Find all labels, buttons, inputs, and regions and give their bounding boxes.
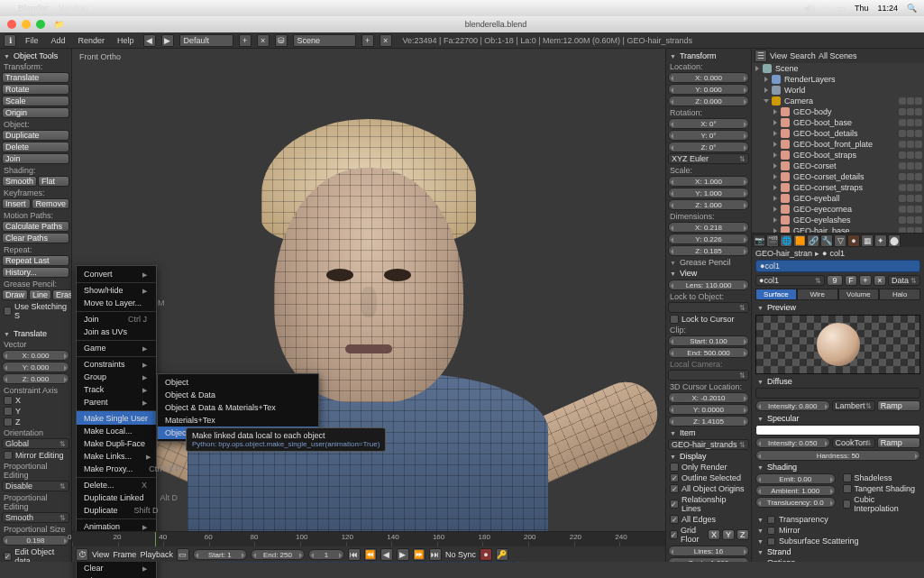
calc-paths-button[interactable]: Calculate Paths: [2, 221, 69, 232]
gp-erase-button[interactable]: Erase: [52, 289, 72, 300]
outliner-row-geo-hair-base[interactable]: GEO-hair_base: [752, 225, 924, 234]
np-rotmode[interactable]: XYZ Euler: [668, 153, 749, 164]
jump-end-icon[interactable]: ⏭: [429, 548, 442, 561]
np-all-edges[interactable]: ✓All Edges: [668, 514, 749, 525]
menu-item-make-links-[interactable]: Make Links...: [77, 450, 156, 463]
np-cursor-x[interactable]: X: -0.2010: [668, 392, 749, 403]
tab-physics-icon[interactable]: ⬤: [888, 234, 901, 247]
translate-button[interactable]: Translate: [2, 72, 69, 83]
tab-data-icon[interactable]: ▽: [834, 234, 846, 247]
diffuse-ramp[interactable]: Ramp: [877, 400, 920, 411]
np-loc-z[interactable]: Z: 0.000: [668, 96, 749, 106]
translucency[interactable]: Translucency: 0.0: [755, 497, 836, 508]
keying-set-icon[interactable]: 🔑: [496, 548, 508, 561]
specular-ramp[interactable]: Ramp: [877, 437, 920, 448]
np-lock-obj[interactable]: [668, 302, 749, 313]
screen-layout[interactable]: Default: [179, 34, 233, 47]
tab-particles-icon[interactable]: ✦: [874, 234, 887, 247]
tab-object-icon[interactable]: 🟧: [793, 234, 806, 247]
insert-key-button[interactable]: Insert: [2, 198, 31, 209]
np-grid-floor[interactable]: ✓Grid Floor: [668, 525, 706, 545]
np-axis-x[interactable]: X: [708, 529, 720, 540]
constraint-x[interactable]: X: [2, 395, 69, 406]
gp-draw-button[interactable]: Draw: [2, 289, 28, 300]
vector-x[interactable]: X: 0.000: [2, 350, 69, 361]
tab-world-icon[interactable]: 🌐: [780, 234, 792, 247]
play-icon[interactable]: ▶: [397, 548, 409, 561]
tab-halo[interactable]: Halo: [879, 289, 920, 300]
mat-add-icon[interactable]: +: [859, 275, 872, 286]
np-rot-y[interactable]: Y: 0°: [668, 130, 749, 141]
layout-add-icon[interactable]: +: [239, 34, 252, 47]
outliner-row-geo-eyelashes[interactable]: GEO-eyelashes: [752, 215, 924, 225]
prop-size[interactable]: 0.198: [2, 535, 69, 546]
tl-menu-frame[interactable]: Frame: [113, 550, 136, 559]
menu-file[interactable]: File: [22, 36, 42, 45]
menu-item-join-as-uvs[interactable]: Join as UVs: [77, 326, 156, 338]
np-scale-y[interactable]: Y: 1.000: [668, 188, 749, 198]
tl-range-icon[interactable]: ▭: [177, 548, 189, 561]
np-cursor-y[interactable]: Y: 0.0000: [668, 404, 749, 415]
traffic-lights[interactable]: [7, 20, 45, 29]
tab-render-icon[interactable]: 📷: [753, 234, 765, 247]
menu-item-constraints[interactable]: Constraints: [77, 356, 156, 371]
menu-item-mirror[interactable]: Mirror: [77, 574, 156, 578]
constraint-z[interactable]: Z: [2, 417, 69, 427]
tab-wire[interactable]: Wire: [797, 289, 838, 300]
tab-texture-icon[interactable]: ▦: [861, 234, 874, 247]
tl-start[interactable]: Start: 1: [193, 549, 247, 560]
mac-menu-window[interactable]: Window: [59, 4, 88, 13]
layout-del-icon[interactable]: ×: [257, 34, 270, 47]
constraint-y[interactable]: Y: [2, 406, 69, 417]
menu-item-parent[interactable]: Parent: [77, 396, 156, 408]
diffuse-color[interactable]: [755, 388, 920, 399]
menu-item-make-dupli-face[interactable]: Make Dupli-Face: [77, 437, 156, 450]
fwd-icon[interactable]: ▶: [161, 34, 174, 47]
np-rot-z[interactable]: Z: 0°: [668, 142, 749, 152]
np-localcam[interactable]: [668, 370, 749, 381]
np-rel-lines[interactable]: ✓Relationship Lines: [668, 494, 749, 514]
mat-del-icon[interactable]: ×: [874, 275, 886, 286]
tab-volume[interactable]: Volume: [838, 289, 880, 300]
menu-help[interactable]: Help: [114, 36, 138, 45]
np-grid-lines[interactable]: Lines: 16: [668, 546, 749, 556]
menu-add[interactable]: Add: [48, 36, 69, 45]
diffuse-shader[interactable]: Lambert: [832, 400, 875, 411]
transparency-panel[interactable]: Transparency: [755, 514, 920, 525]
tl-menu-view[interactable]: View: [92, 550, 109, 559]
outliner-row-geo-eyecornea[interactable]: GEO-eyecornea: [752, 204, 924, 215]
delete-button[interactable]: Delete: [2, 142, 69, 152]
prop-edit-select[interactable]: Disable: [2, 481, 69, 491]
outliner-row-camera[interactable]: Camera: [752, 96, 924, 106]
sync-mode[interactable]: No Sync: [445, 550, 476, 559]
scene-icon[interactable]: ⛁: [275, 34, 288, 47]
outliner-row-geo-corset-details[interactable]: GEO-corset_details: [752, 171, 924, 182]
orientation-select[interactable]: Global: [2, 438, 69, 449]
repeat-last-button[interactable]: Repeat Last: [2, 255, 69, 266]
menu-item-make-local-[interactable]: Make Local...: [77, 425, 156, 437]
np-axis-y[interactable]: Y: [722, 529, 735, 540]
tl-end[interactable]: End: 250: [251, 549, 305, 560]
menu-item-join[interactable]: JoinCtrl J: [77, 311, 156, 326]
np-dim-y[interactable]: Y: 0.226: [668, 234, 749, 244]
outliner-row-geo-corset-straps[interactable]: GEO-corset_straps: [752, 182, 924, 193]
outliner-row-geo-boot-straps[interactable]: GEO-boot_straps: [752, 150, 924, 161]
specular-shader[interactable]: CookTorr: [832, 437, 875, 448]
specular-color[interactable]: [755, 425, 920, 436]
np-dim-z[interactable]: Z: 0.185: [668, 245, 749, 256]
ambient[interactable]: Ambient: 1.000: [755, 485, 836, 496]
tl-menu-playback[interactable]: Playback: [140, 550, 173, 559]
submenu-item-object[interactable]: Object: [158, 376, 318, 389]
duplicate-button[interactable]: Duplicate: [2, 130, 69, 141]
np-loc-x[interactable]: X: 0.000: [668, 72, 749, 83]
submenu-item-object-data-materials-tex[interactable]: Object & Data & Materials+Tex: [158, 401, 318, 414]
scene-del-icon[interactable]: ×: [380, 34, 392, 47]
np-loc-y[interactable]: Y: 0.000: [668, 84, 749, 95]
play-reverse-icon[interactable]: ◀: [380, 548, 393, 561]
np-lens[interactable]: Lens: 110.000: [668, 280, 749, 290]
np-scale-x[interactable]: X: 1.000: [668, 176, 749, 187]
cubic-check[interactable]: Cubic Interpolation: [841, 494, 921, 514]
emit[interactable]: Emit: 0.00: [755, 473, 836, 484]
edit-obj-data-check[interactable]: ✓Edit Object data: [2, 546, 69, 562]
tangent-check[interactable]: Tangent Shading: [841, 483, 921, 494]
